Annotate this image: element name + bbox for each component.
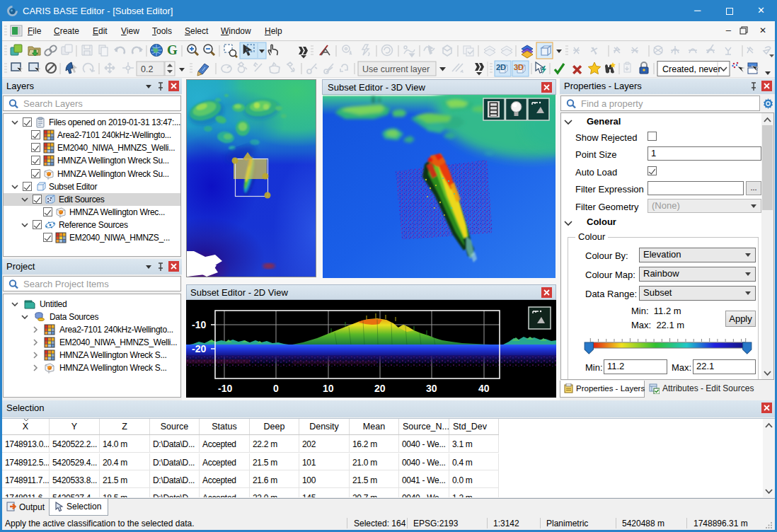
svg-text:-10: -10	[192, 319, 206, 330]
svg-text:-20: -20	[192, 343, 206, 354]
svg-text:30: 30	[426, 383, 437, 394]
svg-text:40: 40	[478, 383, 490, 394]
svg-text:Created, never: Created, never	[662, 64, 721, 74]
svg-text:G: G	[167, 42, 178, 57]
svg-text:-10: -10	[218, 383, 232, 394]
svg-text:10: 10	[323, 383, 334, 394]
svg-text:0: 0	[273, 383, 279, 394]
svg-text:0.2: 0.2	[141, 64, 153, 74]
svg-text:Use current layer: Use current layer	[362, 64, 430, 74]
svg-text:3D: 3D	[514, 63, 524, 71]
svg-text:2D: 2D	[496, 63, 506, 71]
svg-text:20: 20	[374, 383, 386, 394]
